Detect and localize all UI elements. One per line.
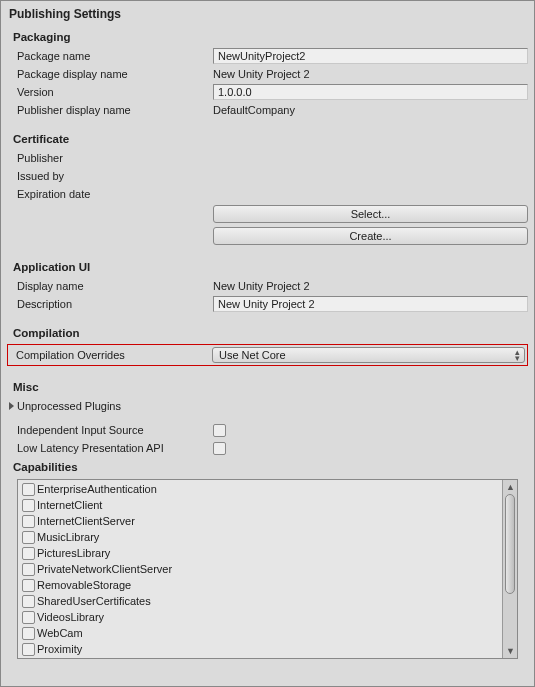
capability-checkbox[interactable] [22,563,35,576]
capabilities-heading: Capabilities [7,457,528,477]
publisher-display-name-label: Publisher display name [17,104,213,116]
cert-issued-by-label: Issued by [17,170,213,182]
dropdown-updown-icon: ▴▾ [515,349,520,361]
display-name-value: New Unity Project 2 [213,280,528,292]
independent-input-checkbox[interactable] [213,424,226,437]
capability-item[interactable]: WebCam [20,625,500,641]
capability-checkbox[interactable] [22,643,35,656]
capability-label: SharedUserCertificates [37,595,151,607]
scroll-thumb[interactable] [505,494,515,594]
unprocessed-plugins-foldout[interactable]: Unprocessed Plugins [7,397,528,415]
capability-label: InternetClient [37,499,102,511]
capabilities-list-container: EnterpriseAuthentication InternetClient … [17,479,518,659]
capability-checkbox[interactable] [22,611,35,624]
panel-title: Publishing Settings [7,5,528,27]
capability-checkbox[interactable] [22,515,35,528]
cert-expiration-label: Expiration date [17,188,213,200]
capability-item[interactable]: Proximity [20,641,500,657]
publisher-display-name-value: DefaultCompany [213,104,528,116]
capability-checkbox[interactable] [22,483,35,496]
capabilities-list: EnterpriseAuthentication InternetClient … [18,480,502,658]
capability-item[interactable]: MusicLibrary [20,529,500,545]
capability-checkbox[interactable] [22,499,35,512]
capability-item[interactable]: PrivateNetworkClientServer [20,561,500,577]
unprocessed-plugins-label: Unprocessed Plugins [17,400,121,412]
capability-checkbox[interactable] [22,579,35,592]
capability-checkbox[interactable] [22,547,35,560]
certificate-heading: Certificate [7,129,528,149]
capability-label: VideosLibrary [37,611,104,623]
compilation-overrides-label: Compilation Overrides [16,349,212,361]
description-input[interactable] [213,296,528,312]
compilation-overrides-highlight: Compilation Overrides Use Net Core ▴▾ [7,344,528,366]
package-display-name-value: New Unity Project 2 [213,68,528,80]
version-input[interactable] [213,84,528,100]
capability-item[interactable]: SharedUserCertificates [20,593,500,609]
scroll-up-icon[interactable]: ▲ [505,482,516,492]
capability-label: EnterpriseAuthentication [37,483,157,495]
capability-item[interactable]: RemovableStorage [20,577,500,593]
capability-item[interactable]: PicturesLibrary [20,545,500,561]
display-name-label: Display name [17,280,213,292]
capabilities-scrollbar[interactable]: ▲ ▼ [502,480,517,658]
misc-heading: Misc [7,377,528,397]
description-label: Description [17,298,213,310]
packaging-heading: Packaging [7,27,528,47]
scroll-down-icon[interactable]: ▼ [505,646,516,656]
capability-label: PrivateNetworkClientServer [37,563,172,575]
low-latency-checkbox[interactable] [213,442,226,455]
version-label: Version [17,86,213,98]
cert-create-button[interactable]: Create... [213,227,528,245]
app-ui-heading: Application UI [7,257,528,277]
capability-checkbox[interactable] [22,595,35,608]
cert-select-button[interactable]: Select... [213,205,528,223]
publishing-settings-panel: Publishing Settings Packaging Package na… [0,0,535,687]
capability-label: PicturesLibrary [37,547,110,559]
capability-label: InternetClientServer [37,515,135,527]
capability-item[interactable]: InternetClientServer [20,513,500,529]
capability-label: MusicLibrary [37,531,99,543]
capability-label: RemovableStorage [37,579,131,591]
capability-item[interactable]: InternetClient [20,497,500,513]
package-name-label: Package name [17,50,213,62]
capability-label: Proximity [37,643,82,655]
compilation-overrides-value: Use Net Core [219,349,286,361]
cert-publisher-label: Publisher [17,152,213,164]
package-display-name-label: Package display name [17,68,213,80]
low-latency-label: Low Latency Presentation API [17,442,213,454]
foldout-arrow-icon [9,402,14,410]
capability-label: WebCam [37,627,83,639]
compilation-overrides-dropdown[interactable]: Use Net Core ▴▾ [212,347,525,363]
independent-input-label: Independent Input Source [17,424,213,436]
compilation-heading: Compilation [7,323,528,343]
package-name-input[interactable] [213,48,528,64]
capability-checkbox[interactable] [22,627,35,640]
capability-item[interactable]: VideosLibrary [20,609,500,625]
capability-item[interactable]: EnterpriseAuthentication [20,481,500,497]
capability-checkbox[interactable] [22,531,35,544]
